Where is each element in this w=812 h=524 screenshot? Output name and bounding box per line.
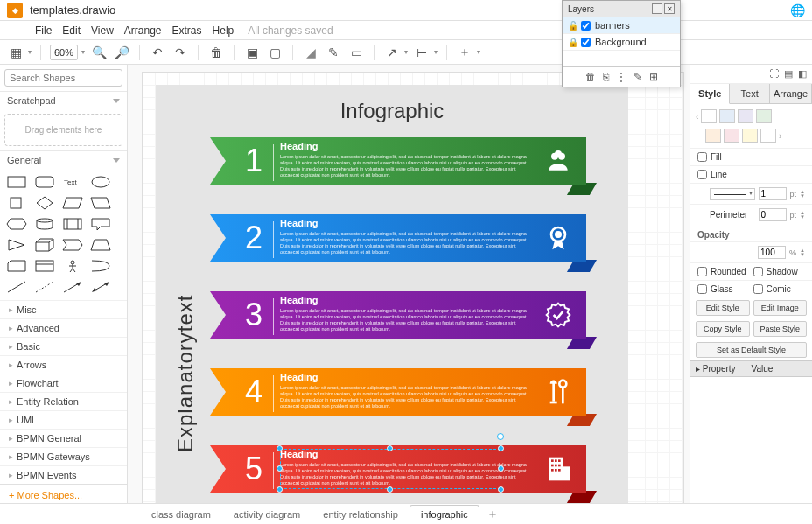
more-shapes-button[interactable]: + More Shapes... [0,484,127,503]
shape-cylinder[interactable] [32,214,58,234]
fullscreen-icon[interactable]: ⛶ [769,68,779,80]
swatch[interactable] [701,109,717,123]
rounded-checkbox[interactable] [697,267,707,276]
layers-minimize-icon[interactable]: — [652,3,662,14]
shape-line[interactable] [4,277,30,297]
page-tab[interactable]: activity diagram [222,505,312,524]
shadow-icon[interactable]: ▭ [347,44,365,61]
perimeter-input[interactable] [759,208,787,221]
swatch-prev-icon[interactable]: ‹ [696,112,698,122]
delete-icon[interactable]: 🗑 [207,44,225,61]
zoom-select[interactable]: 60% [50,45,78,60]
banner-number[interactable]: 5 [234,445,273,493]
unlock-icon[interactable]: 🔓 [568,21,577,31]
format-panel-icon[interactable]: ▤ [784,68,793,80]
comic-checkbox[interactable] [753,284,763,294]
shadow-checkbox[interactable] [753,267,763,276]
category-item[interactable]: Misc [0,300,127,318]
category-item[interactable]: Advanced [0,318,127,337]
banner-content[interactable]: HeadingLorem ipsum dolor sit amet, conse… [280,449,534,487]
menu-help[interactable]: Help [213,24,234,37]
page-tab[interactable]: entity relationship [312,505,410,524]
layers-close-icon[interactable]: ✕ [664,3,675,14]
edit-style-button[interactable]: Edit Style [696,300,750,316]
banner-3[interactable]: 3HeadingLorem ipsum dolor sit amet, cons… [210,286,604,344]
page-tab[interactable]: infographic [410,505,480,524]
category-item[interactable]: Arrows [0,355,127,374]
zoom-in-icon[interactable]: 🔍 [90,44,108,61]
line-color-icon[interactable]: ✎ [325,44,342,61]
shape-trapezoid[interactable] [88,235,114,255]
banner-4[interactable]: 4HeadingLorem ipsum dolor sit amet, cons… [210,363,604,421]
banner-number[interactable]: 2 [234,214,273,262]
swatch[interactable] [756,109,772,123]
fill-checkbox[interactable] [697,152,707,162]
layer-visible-checkbox[interactable] [581,21,591,31]
line-width-input[interactable] [759,187,787,200]
layer-add-icon[interactable]: ⊞ [649,71,658,83]
line-width-stepper[interactable]: ▲▼ [800,190,805,199]
shape-arrow2[interactable] [88,277,114,297]
banner-5[interactable]: 5HeadingLorem ipsum dolor sit amet, cons… [210,440,604,498]
tab-arrange[interactable]: Arrange [770,84,812,103]
fill-color-icon[interactable]: ◢ [302,44,319,61]
glass-checkbox[interactable] [697,284,707,294]
shape-rect[interactable] [4,172,30,192]
general-section[interactable]: General [0,150,127,169]
edit-image-button[interactable]: Edit Image [753,300,808,316]
insert-icon[interactable]: ＋ [456,44,473,61]
shape-square[interactable] [4,193,30,213]
shape-diamond[interactable] [32,193,58,213]
scratchpad-dropzone[interactable]: Drag elements here [4,114,122,146]
scratchpad-section[interactable]: Scratchpad [0,91,127,109]
layer-duplicate-icon[interactable]: ⎘ [603,71,609,83]
swatch[interactable] [738,109,753,123]
layer-visible-checkbox[interactable] [581,38,591,47]
menu-arrange[interactable]: Arrange [124,24,162,37]
property-header[interactable]: ▸ Property Value [690,360,812,377]
swatch[interactable] [742,129,758,143]
perimeter-stepper[interactable]: ▲▼ [800,211,805,220]
banner-building-icon[interactable] [544,452,572,486]
layer-more-icon[interactable]: ⋮ [616,71,626,83]
menu-view[interactable]: View [91,24,114,37]
banner-users-icon[interactable] [544,144,572,178]
line-checkbox[interactable] [697,170,707,179]
layers-titlebar[interactable]: Layers — ✕ [563,1,680,17]
globe-icon[interactable]: 🌐 [790,3,805,17]
opacity-input[interactable] [758,246,786,259]
shape-cube[interactable] [32,235,58,255]
tab-style[interactable]: Style [690,84,730,104]
canvas-area[interactable]: Infographic Explanatorytext 1HeadingLore… [128,65,690,503]
connection-icon[interactable]: ↗ [383,44,401,61]
swatch-next-icon[interactable]: › [779,131,781,141]
add-page-button[interactable]: ＋ [480,503,506,525]
category-item[interactable]: BPMN General [0,429,127,447]
banner-content[interactable]: HeadingLorem ipsum dolor sit amet, conse… [280,218,534,256]
banner-number[interactable]: 1 [234,137,273,185]
explanatory-text[interactable]: Explanatorytext [173,172,198,452]
zoom-out-icon[interactable]: 🔎 [113,44,130,61]
layer-edit-icon[interactable]: ✎ [634,71,642,83]
shape-triangle[interactable] [4,235,30,255]
menu-extras[interactable]: Extras [172,24,202,37]
category-item[interactable]: Basic [0,337,127,355]
banner-2[interactable]: 2HeadingLorem ipsum dolor sit amet, cons… [210,209,604,267]
swatch[interactable] [760,129,776,143]
line-style-select[interactable] [710,188,755,200]
filename[interactable]: templates.drawio [30,3,116,17]
category-item[interactable]: UML [0,410,127,429]
shape-step[interactable] [60,235,86,255]
category-item[interactable]: Flowchart [0,374,127,392]
category-item[interactable]: Entity Relation [0,392,127,410]
shape-arrow1[interactable] [60,277,86,297]
copy-style-button[interactable]: Copy Style [696,321,750,337]
shape-callout[interactable] [88,214,114,234]
shape-process[interactable] [60,214,86,234]
banner-content[interactable]: HeadingLorem ipsum dolor sit amet, conse… [280,295,534,333]
page-tab[interactable]: class diagram [140,505,222,524]
shape-text[interactable]: Text [60,172,86,192]
redo-icon[interactable]: ↷ [172,44,189,61]
banner-badge-icon[interactable] [544,298,572,332]
search-shapes-input[interactable] [4,69,122,87]
